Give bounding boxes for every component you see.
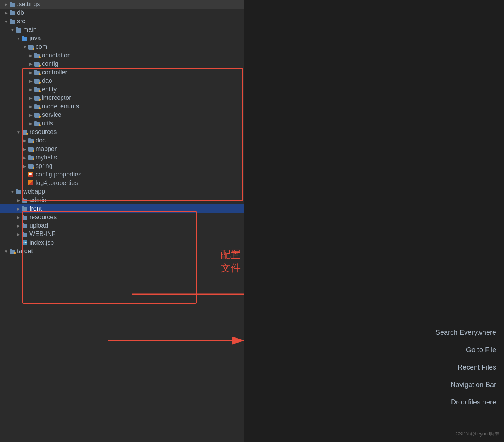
tree-item-java[interactable]: java (0, 34, 244, 43)
folder-icon-target (9, 249, 15, 254)
tree-arrow-entity (28, 87, 34, 92)
tree-arrow-resources2 (15, 215, 22, 219)
tree-arrow-java (15, 36, 22, 41)
tree-item-webapp[interactable]: webapp (0, 187, 244, 196)
tree-item-utils[interactable]: utils (0, 119, 244, 128)
tree-arrow-upload (15, 224, 22, 228)
folder-icon-utils (34, 121, 40, 126)
tree-label-config: config (42, 60, 58, 67)
tree-item-resources2[interactable]: resources (0, 213, 244, 221)
tree-arrow-controller (28, 70, 34, 75)
tree-label-upload: upload (29, 222, 48, 229)
tree-item-settings[interactable]: .settings (0, 0, 244, 9)
tree-arrow-mybatis (22, 156, 28, 160)
tree-arrow-webapp (9, 190, 15, 194)
tree-label-front: front (29, 205, 42, 212)
folder-icon-src (9, 19, 15, 24)
tree-arrow-service (28, 113, 34, 117)
tree-label-java: java (29, 35, 41, 42)
home-arrow (89, 325, 244, 356)
tree-arrow-target (3, 249, 9, 254)
file-icon-index_jsp: JSP (22, 240, 28, 245)
tree-item-index_jsp[interactable]: JSPindex.jsp (0, 238, 244, 247)
tree-arrow-utils (28, 122, 34, 126)
search-everywhere-item[interactable]: Search Everywhere (435, 324, 496, 341)
folder-icon-admin (22, 198, 28, 203)
folder-icon-com (28, 45, 34, 50)
folder-icon-dao (34, 79, 40, 84)
tree-label-resources2: resources (29, 214, 57, 221)
folder-icon-annotation (34, 53, 40, 58)
tree-label-main: main (23, 26, 37, 33)
folder-icon-controller (34, 70, 40, 75)
tree-arrow-model_enums (28, 105, 34, 109)
folder-icon-model_enums (34, 104, 40, 109)
tree-item-webinf[interactable]: WEB-INF (0, 230, 244, 238)
backend-arrow (108, 279, 244, 310)
tree-item-target[interactable]: target (0, 247, 244, 255)
tree-label-service: service (42, 111, 62, 118)
tree-arrow-resources (15, 130, 22, 134)
tree-item-service[interactable]: service (0, 111, 244, 119)
tree-arrow-mapper (22, 147, 28, 151)
tree-label-target: target (17, 248, 33, 255)
tree-label-log4j_props: log4j.properties (36, 180, 78, 187)
tree-item-upload[interactable]: upload (0, 221, 244, 230)
tree-item-model_enums[interactable]: model.enums (0, 102, 244, 111)
tree-item-config_props[interactable]: config.properties (0, 170, 244, 179)
tree-item-mybatis[interactable]: mybatis (0, 153, 244, 162)
tree-label-dao: dao (42, 77, 52, 84)
tree-label-webapp: webapp (23, 188, 45, 195)
folder-icon-spring (28, 164, 34, 169)
tree-label-settings: .settings (17, 1, 40, 8)
tree-item-spring[interactable]: spring (0, 162, 244, 170)
tree-label-index_jsp: index.jsp (29, 239, 54, 246)
tree-item-com[interactable]: com (0, 43, 244, 51)
tree-item-front[interactable]: front (0, 204, 244, 213)
tree-arrow-annotation (28, 53, 34, 58)
tree-arrow-interceptor (28, 96, 34, 100)
tree-item-db[interactable]: db (0, 9, 244, 17)
right-panel: Search Everywhere Go to File Recent File… (244, 0, 504, 442)
tree-arrow-settings (3, 2, 9, 7)
folder-icon-resources2 (22, 215, 28, 220)
tree-item-interceptor[interactable]: interceptor (0, 94, 244, 102)
folder-icon-upload (22, 223, 28, 228)
tree-item-doc[interactable]: doc (0, 136, 244, 145)
tree-item-config[interactable]: config (0, 60, 244, 68)
tree-label-mybatis: mybatis (36, 154, 57, 161)
folder-icon-doc (28, 138, 34, 143)
tree-item-src[interactable]: src (0, 17, 244, 26)
go-to-file-item[interactable]: Go to File (466, 341, 496, 359)
tree-arrow-dao (28, 79, 34, 83)
tree-arrow-db (3, 11, 9, 15)
tree-item-entity[interactable]: entity (0, 85, 244, 94)
tree-item-mapper[interactable]: mapper (0, 145, 244, 153)
tree-label-entity: entity (42, 86, 57, 93)
tree-item-dao[interactable]: dao (0, 77, 244, 85)
tree-arrow-webinf (15, 232, 22, 236)
file-tree: .settingsdbsrcmainjavacomannotationconfi… (0, 0, 244, 255)
file-icon-config_props (28, 172, 34, 177)
tree-label-resources: resources (29, 128, 57, 135)
tree-label-annotation: annotation (42, 52, 71, 59)
drop-files-item[interactable]: Drop files here (451, 394, 496, 411)
folder-icon-db (9, 10, 15, 15)
tree-arrow-com (22, 45, 28, 49)
folder-icon-java (22, 36, 28, 41)
recent-files-item[interactable]: Recent Files (458, 359, 496, 376)
tree-label-model_enums: model.enums (42, 103, 79, 110)
folder-icon-resources (22, 130, 28, 135)
tree-item-main[interactable]: main (0, 26, 244, 34)
tree-item-annotation[interactable]: annotation (0, 51, 244, 60)
tree-label-mapper: mapper (36, 146, 57, 152)
tree-arrow-front (15, 207, 22, 211)
tree-arrow-admin (15, 198, 22, 202)
tree-item-resources[interactable]: resources (0, 128, 244, 136)
tree-item-log4j_props[interactable]: log4j.properties (0, 179, 244, 187)
navigation-bar-item[interactable]: Navigation Bar (451, 376, 496, 394)
tree-item-admin[interactable]: admin (0, 196, 244, 204)
tree-item-controller[interactable]: controller (0, 68, 244, 77)
folder-icon-mapper (28, 147, 34, 152)
tree-label-src: src (17, 18, 25, 25)
